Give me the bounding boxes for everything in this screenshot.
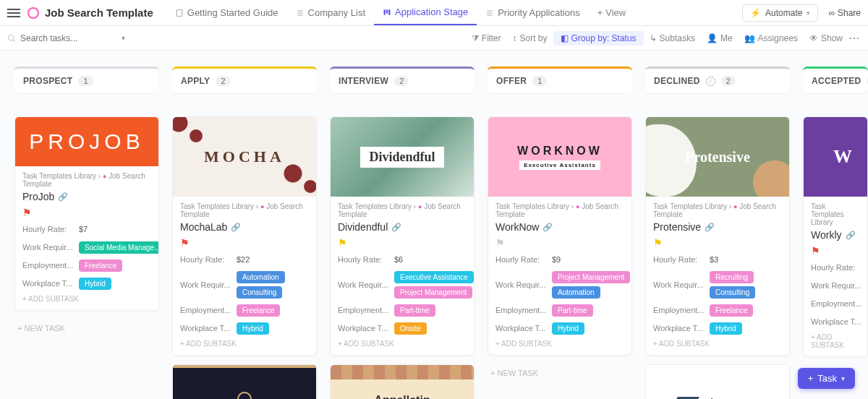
tag[interactable]: Executive Assistance [394,271,474,283]
column-title: DECLINED [654,76,700,86]
card-cover: Protensive [646,117,789,197]
add-subtask-button[interactable]: + ADD SUBTASK [180,340,309,348]
automate-button[interactable]: ⚡ Automate ▾ [742,4,818,22]
column-header[interactable]: PROSPECT 1 [14,66,159,93]
tag[interactable]: Project Management [394,286,472,299]
add-view-button[interactable]: + View [589,7,635,18]
tag[interactable]: Freelance [79,259,122,272]
card-workly[interactable]: W Task Templates Library Workly🔗 Hourly … [803,116,868,357]
priority-flag-icon[interactable] [495,237,504,247]
new-task-button[interactable]: + NEW TASK [488,364,632,382]
subtask-icon: ↳ [650,33,657,43]
chevron-down-icon[interactable]: ▾ [122,34,125,42]
more-icon[interactable]: ⋯ [848,31,861,45]
header-actions: ⚡ Automate ▾ ∞ Share [742,4,861,22]
column-interview: INTERVIEW 2 Dividendful Task Templates L… [330,66,475,399]
tag[interactable]: Recruiting [710,271,754,283]
plus-icon: + [808,373,814,384]
add-subtask-button[interactable]: + ADD SUBTASK [22,295,151,303]
create-task-fab[interactable]: + Task ▾ [798,368,855,389]
card-protensive[interactable]: Protensive Task Templates Library › ● Jo… [645,116,790,356]
chevron-down-icon: ▾ [841,374,845,382]
add-subtask-button[interactable]: + ADD SUBTASK [338,340,467,348]
me-button[interactable]: 👤Me [701,31,739,46]
workspace-logo-icon[interactable] [27,7,39,19]
column-title: ACCEPTED [812,76,861,86]
tag[interactable]: Onsite [394,322,427,335]
card-projob[interactable]: PROJOB Task Templates Library › ● Job Se… [14,116,159,311]
tag[interactable]: Hybrid [710,322,742,335]
sort-icon: ↕ [513,33,517,43]
add-subtask-button[interactable]: + ADD SUBTASK [495,340,624,348]
column-declined: DECLINED ✓ 2 Protensive Task Templates L… [645,66,790,399]
search-input[interactable] [20,33,114,43]
view-tabs: Getting Started Guide Company List Appli… [166,0,742,25]
card-appellatin[interactable]: AppellatinDesign Studio [330,364,475,399]
card-worknow[interactable]: WORKNOWExecutive Assistants Task Templat… [488,116,632,356]
bolt-icon: ⚡ [750,8,761,18]
tag[interactable]: Social Media Manage... [79,241,159,254]
breadcrumb: Task Templates Library › ● Job Search Te… [180,202,309,218]
card-hiremenow[interactable]: HireMeNowCONSULTING [645,364,790,399]
tag[interactable]: Automation [237,271,285,283]
link-icon: 🔗 [846,231,856,240]
priority-flag-icon[interactable] [180,237,189,247]
share-button[interactable]: ∞ Share [828,8,861,18]
add-subtask-button[interactable]: + ADD SUBTASK [811,333,860,349]
doc-icon [175,9,184,17]
priority-flag-icon[interactable] [338,237,346,247]
hourly-rate: $3 [710,255,718,264]
column-apply: APPLY 2 MOCHA Task Templates Library › ●… [172,66,317,399]
priority-flag-icon[interactable] [22,207,31,217]
new-task-button[interactable]: + NEW TASK [14,319,159,337]
group-by-button[interactable]: ◧Group by: Status [553,31,644,46]
tag[interactable]: Automation [552,286,600,299]
sort-button[interactable]: ↕Sort by [507,31,553,46]
board-toolbar: ▾ ⧩Filter ↕Sort by ◧Group by: Status ↳Su… [0,26,868,51]
column-title: INTERVIEW [339,76,388,86]
priority-flag-icon[interactable] [653,237,662,247]
kanban-board: PROSPECT 1 PROJOB Task Templates Library… [0,51,868,399]
tag[interactable]: Freelance [710,304,753,317]
link-icon: 🔗 [705,223,715,232]
link-icon: 🔗 [391,223,401,232]
tab-getting-started[interactable]: Getting Started Guide [166,0,287,25]
svg-rect-2 [386,9,388,13]
card-dividendful[interactable]: Dividendful Task Templates Library › ● J… [330,116,475,356]
show-button[interactable]: 👁Show [804,31,848,46]
filter-icon: ⧩ [472,33,479,43]
assignees-button[interactable]: 👥Assignees [739,31,804,46]
tag[interactable]: Consulting [710,286,755,299]
card-cover: HireMeNowCONSULTING [646,365,789,399]
search-wrap: ▾ [7,33,466,43]
column-count: 1 [78,76,93,86]
column-header[interactable]: INTERVIEW 2 [330,66,475,93]
column-header[interactable]: ACCEPTED 1 [803,66,868,93]
column-header[interactable]: OFFER 1 [488,66,632,93]
menu-icon[interactable] [7,7,20,20]
tab-application-stage[interactable]: Application Stage [374,0,477,25]
tag[interactable]: Hybrid [552,322,584,335]
card-cover: TASKO [173,365,316,399]
tag[interactable]: Part-time [394,304,435,317]
card-tasko[interactable]: TASKO [172,364,317,399]
app-header: Job Search Template Getting Started Guid… [0,0,868,26]
group-icon: ◧ [561,33,569,43]
tag[interactable]: Hybrid [79,278,111,290]
tab-priority-applications[interactable]: Priority Applications [477,0,588,25]
svg-rect-3 [388,9,390,15]
column-header[interactable]: DECLINED ✓ 2 [645,66,790,93]
breadcrumb: Task Templates Library › ● Job Search Te… [495,202,624,218]
column-header[interactable]: APPLY 2 [172,66,317,93]
subtasks-button[interactable]: ↳Subtasks [644,31,701,46]
tag[interactable]: Consulting [237,286,282,299]
add-subtask-button[interactable]: + ADD SUBTASK [653,340,782,348]
card-mochalab[interactable]: MOCHA Task Templates Library › ● Job Sea… [172,116,317,356]
filter-button[interactable]: ⧩Filter [466,31,507,46]
tag[interactable]: Project Management [552,271,630,283]
tab-company-list[interactable]: Company List [287,0,374,25]
tag[interactable]: Freelance [237,304,280,317]
priority-flag-icon[interactable] [811,245,820,255]
tag[interactable]: Part-time [552,304,593,317]
tag[interactable]: Hybrid [237,322,269,335]
